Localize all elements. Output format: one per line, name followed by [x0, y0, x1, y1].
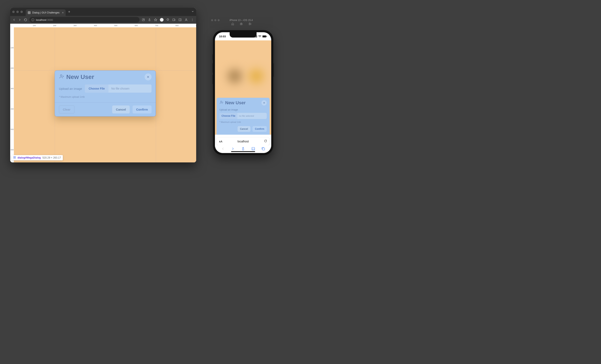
battery-icon — [262, 35, 267, 38]
safari-back-button[interactable] — [221, 147, 225, 152]
clear-button[interactable]: Clear — [59, 105, 74, 113]
blurred-avatar — [228, 69, 242, 83]
sim-screenshot-icon[interactable] — [240, 22, 243, 26]
url-port: :3000 — [46, 18, 53, 21]
home-indicator[interactable] — [231, 151, 255, 152]
tabs-dropdown-icon[interactable] — [191, 10, 194, 14]
element-dimensions: 520.29 × 263.17 — [42, 156, 61, 159]
close-button[interactable] — [261, 100, 267, 105]
cancel-button[interactable]: Cancel — [238, 126, 250, 132]
svg-point-7 — [192, 20, 192, 20]
power-button[interactable] — [273, 63, 274, 77]
svg-point-5 — [186, 19, 187, 20]
mute-switch[interactable] — [212, 54, 213, 60]
safari-bookmarks-button[interactable] — [251, 147, 255, 152]
file-input[interactable]: Choose File no file selected — [220, 113, 267, 119]
confirm-button[interactable]: Confirm — [132, 105, 152, 113]
page-canvas[interactable]: New User Upload an image Choose File No … — [14, 27, 196, 162]
close-button[interactable] — [145, 73, 151, 81]
mega-dialog: New User Upload an image Choose File No … — [55, 71, 156, 117]
svg-point-19 — [241, 23, 241, 24]
share-icon[interactable] — [148, 18, 151, 22]
sim-home-icon[interactable] — [231, 22, 234, 26]
svg-rect-18 — [240, 23, 242, 25]
simulator-title: iPhone 13 – iOS 15.4 — [220, 19, 263, 22]
svg-marker-1 — [154, 18, 157, 21]
tab-strip: Dialog | GUI Challenges × + — [10, 8, 196, 16]
ruler-tick: 900 — [196, 24, 196, 27]
choose-file-button[interactable]: Choose File — [85, 84, 108, 93]
back-button[interactable] — [12, 18, 16, 22]
close-window-icon[interactable] — [12, 10, 15, 13]
site-info-icon[interactable]: i — [31, 18, 34, 21]
reload-button[interactable] — [24, 18, 27, 22]
close-icon — [146, 75, 150, 79]
ruler-tick: 100 — [33, 24, 36, 27]
safari-tabs-button[interactable] — [261, 147, 265, 152]
extensions-icon[interactable] — [166, 18, 170, 22]
new-tab-button[interactable]: + — [68, 10, 70, 14]
svg-point-9 — [60, 75, 62, 76]
ruler-tick: 500 — [10, 128, 14, 130]
simulator-titlebar: iPhone 13 – iOS 15.4 — [209, 17, 273, 28]
upload-label: Upload an image — [220, 108, 267, 111]
reload-icon[interactable] — [264, 139, 267, 143]
browser-tab[interactable]: Dialog | GUI Challenges × — [26, 9, 66, 16]
media-icon[interactable] — [172, 18, 176, 22]
upload-label: Upload an image — [59, 87, 82, 90]
ruler-tick: 700 — [155, 24, 158, 27]
ruler-tick: 300 — [73, 24, 77, 27]
url-host: localhost — [36, 18, 46, 21]
svg-rect-27 — [263, 36, 266, 37]
svg-rect-34 — [262, 148, 265, 150]
blurred-avatar — [249, 69, 263, 83]
file-input[interactable]: Choose File No file chosen — [85, 84, 151, 93]
extension-icon[interactable] — [160, 18, 164, 22]
svg-rect-28 — [267, 36, 267, 37]
page-canvas-mobile[interactable]: New User Upload an image Choose File no … — [215, 40, 271, 135]
ruler-tick: 600 — [10, 149, 14, 151]
user-plus-icon — [220, 100, 223, 105]
address-bar[interactable]: i localhost:3000 — [29, 17, 140, 23]
ruler-tick: 100 — [10, 47, 14, 49]
window-controls[interactable] — [12, 10, 23, 13]
svg-rect-15 — [15, 156, 16, 157]
svg-point-8 — [192, 20, 192, 21]
kebab-menu-icon[interactable] — [190, 18, 194, 22]
volume-down-button[interactable] — [212, 75, 213, 84]
cancel-button[interactable]: Cancel — [112, 105, 130, 113]
safari-share-button[interactable] — [241, 147, 245, 152]
choose-file-button[interactable]: Choose File — [220, 113, 237, 119]
wifi-icon — [258, 35, 261, 38]
element-selector: dialog#MegaDialog — [18, 156, 41, 159]
maximize-window-icon[interactable] — [20, 10, 23, 13]
sim-rotate-icon[interactable] — [248, 22, 251, 26]
minimize-window-icon[interactable] — [16, 10, 19, 13]
window-controls[interactable] — [211, 19, 220, 21]
tab-title: Dialog | GUI Challenges — [32, 11, 60, 14]
ruler-vertical: 100 200 300 400 500 600 — [10, 27, 14, 162]
ruler-tick: 500 — [114, 24, 117, 27]
ruler-tick: 800 — [175, 24, 179, 27]
text-size-icon[interactable]: AA — [219, 140, 222, 143]
bookmark-star-icon[interactable] — [154, 18, 157, 22]
ruler-tick: 200 — [10, 67, 14, 69]
sidepanel-icon[interactable] — [178, 18, 182, 22]
viewport: 100 200 300 400 500 600 700 800 900 100 … — [10, 24, 196, 162]
tab-close-icon[interactable]: × — [62, 11, 64, 14]
profile-icon[interactable] — [184, 18, 188, 22]
volume-up-button[interactable] — [212, 63, 213, 73]
confirm-button[interactable]: Confirm — [252, 126, 267, 132]
safari-forward-button[interactable] — [231, 147, 235, 152]
safari-address-bar[interactable]: AA localhost — [217, 138, 270, 145]
svg-point-29 — [220, 101, 222, 102]
svg-rect-25 — [257, 35, 257, 38]
ruler-tick: 200 — [53, 24, 56, 27]
svg-rect-17 — [15, 158, 16, 159]
notch — [230, 32, 257, 38]
svg-rect-2 — [173, 19, 175, 20]
upload-hint: * Maximum upload 1mb — [59, 95, 151, 98]
forward-button[interactable] — [18, 18, 22, 22]
open-external-icon[interactable] — [141, 18, 145, 22]
svg-rect-16 — [14, 158, 14, 159]
